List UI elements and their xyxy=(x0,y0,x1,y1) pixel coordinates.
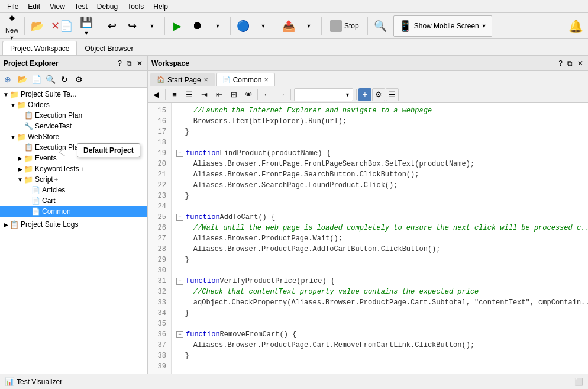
ed-align-center-btn[interactable]: ☰ xyxy=(182,88,196,101)
notification-bell[interactable]: 🔔 xyxy=(566,17,586,36)
publish-dropdown-button[interactable]: ▼ xyxy=(299,15,318,37)
tree-item-orders[interactable]: ▼ 📁 Orders xyxy=(0,99,147,110)
workspace-help-icon[interactable]: ? xyxy=(557,59,564,68)
panel-new-file-btn[interactable]: 📄 xyxy=(30,73,43,86)
code-line-34: } xyxy=(176,308,583,319)
ed-gear-btn[interactable]: ⚙ xyxy=(372,88,385,101)
save-button[interactable]: 💾 ▼ xyxy=(77,15,96,37)
menu-help[interactable]: Help xyxy=(148,1,173,12)
panel-sync-icon: ↻ xyxy=(61,75,68,84)
panel-add-btn[interactable]: ⊕ xyxy=(1,73,14,86)
browser-dropdown-button[interactable]: ▼ xyxy=(254,15,273,37)
publish-button[interactable]: 📤 xyxy=(279,15,298,37)
ed-indent-btn[interactable]: ⇥ xyxy=(197,88,211,101)
test-viz-icon: 📊 xyxy=(5,377,14,386)
ed-toggle-btn[interactable]: ⊞ xyxy=(227,88,241,101)
linenum-28: 28 xyxy=(148,244,171,255)
ed-outdent-btn[interactable]: ⇤ xyxy=(212,88,226,101)
toggle-logs[interactable]: ▶ xyxy=(2,221,9,228)
tab-project-workspace[interactable]: Project Workspace xyxy=(2,41,77,55)
code-line-38: } xyxy=(176,351,583,361)
menu-test[interactable]: Test xyxy=(70,1,92,12)
keyword-tests-add[interactable]: + xyxy=(80,165,84,172)
cart-label: Cart xyxy=(42,197,56,205)
line-numbers: 15 16 17 18 19 20 21 22 23 24 25 26 27 2… xyxy=(148,103,172,374)
menu-file[interactable]: File xyxy=(2,1,23,12)
tab-start-page[interactable]: 🏠 Start Page ✕ xyxy=(150,73,215,86)
ed-nav-fwd-btn[interactable]: → xyxy=(274,88,289,101)
tab-common[interactable]: 📄 Common ✕ xyxy=(216,73,276,86)
ed-back-btn[interactable]: ◀ xyxy=(149,88,163,101)
status-expand[interactable]: ⬜ xyxy=(574,378,583,386)
script-add[interactable]: + xyxy=(54,176,58,183)
spy-button[interactable]: 🔍 xyxy=(371,15,390,37)
ed-add-btn[interactable]: + xyxy=(358,88,371,101)
toggle-events[interactable]: ▶ xyxy=(17,155,24,162)
workspace-restore-icon[interactable]: ⧉ xyxy=(566,59,574,68)
logs-icon: 📋 xyxy=(9,220,19,229)
panel-help-icon[interactable]: ? xyxy=(117,59,123,68)
tree-item-project-suite[interactable]: ▼ 📁 Project Suite Te... xyxy=(0,89,147,99)
start-page-tab-close[interactable]: ✕ xyxy=(203,76,208,83)
panel-sync-btn[interactable]: ↻ xyxy=(58,73,71,86)
panel-close-icon[interactable]: ✕ xyxy=(135,59,144,68)
ed-config-btn[interactable]: ☰ xyxy=(386,88,399,101)
tree-item-keyword-tests[interactable]: ▶ 📁 KeywordTests + xyxy=(0,163,147,174)
expand-icon[interactable]: ⬜ xyxy=(574,378,583,386)
redo-dropdown-button[interactable]: ▼ xyxy=(143,15,161,37)
menu-view[interactable]: View xyxy=(45,1,70,12)
toggle-project-suite[interactable]: ▼ xyxy=(2,91,9,98)
ed-eye-btn[interactable]: 👁 xyxy=(241,88,256,101)
open-button[interactable]: 📂 xyxy=(28,15,47,37)
close-file-icon: ✕📄 xyxy=(51,20,73,33)
collapse-25[interactable]: − xyxy=(176,214,183,221)
browser-button[interactable]: 🔵 xyxy=(234,15,253,37)
ed-nav-back-btn[interactable]: ← xyxy=(260,88,274,101)
ed-align-left-btn[interactable]: ≡ xyxy=(167,88,182,101)
tree-item-articles[interactable]: 📄 Articles xyxy=(0,185,147,195)
open-icon: 📂 xyxy=(31,20,44,33)
mobile-screen-button[interactable]: 📱 Show Mobile Screen ▼ xyxy=(393,15,492,37)
linenum-15: 15 xyxy=(148,105,171,116)
collapse-36[interactable]: − xyxy=(176,331,183,338)
tree-item-service-test[interactable]: 🔧 ServiceTest xyxy=(0,121,147,131)
tree-item-execution-plan-1[interactable]: 📋 Execution Plan xyxy=(0,110,147,121)
tree-item-script[interactable]: ▼ 📁 Script + xyxy=(0,174,147,185)
record-button[interactable]: ⏺ xyxy=(188,15,207,37)
tree-item-project-suite-logs[interactable]: ▶ 📋 Project Suite Logs xyxy=(0,219,147,230)
code-33: aqObject.CheckProperty(Aliases.Browser.P… xyxy=(193,297,588,308)
collapse-31[interactable]: − xyxy=(176,278,183,285)
toggle-webstore[interactable]: ▼ xyxy=(9,133,17,140)
undo-button[interactable]: ↩ xyxy=(102,15,121,37)
menu-debug[interactable]: Debug xyxy=(92,1,122,12)
redo-button[interactable]: ↪ xyxy=(122,15,141,37)
panel-open-btn[interactable]: 📂 xyxy=(15,73,28,86)
panel-filter-btn[interactable]: 🔍 xyxy=(44,73,57,86)
common-tab-close[interactable]: ✕ xyxy=(264,76,269,83)
linenum-33: 33 xyxy=(148,297,171,308)
tree-item-webstore[interactable]: ▼ 📁 WebStore xyxy=(0,131,147,142)
stop-button[interactable]: Stop xyxy=(325,15,364,37)
new-button[interactable]: ✦ New ▼ xyxy=(2,15,21,37)
workspace-close-icon[interactable]: ✕ xyxy=(576,59,584,68)
content-area: Project Explorer ? ⧉ ✕ ⊕ 📂 📄 🔍 ↻ ⚙ ▼ 📁 P… xyxy=(0,56,588,374)
tree-item-common[interactable]: 📄 Common xyxy=(0,206,147,217)
ed-add-icon: + xyxy=(362,89,367,100)
toggle-keyword-tests[interactable]: ▶ xyxy=(17,165,24,172)
panel-settings-btn[interactable]: ⚙ xyxy=(72,73,85,86)
indent-16 xyxy=(176,116,193,127)
ed-context-dropdown[interactable]: ▼ xyxy=(294,88,353,101)
menu-edit[interactable]: Edit xyxy=(23,1,45,12)
toggle-orders[interactable]: ▼ xyxy=(9,101,17,108)
code-content[interactable]: //Launch the Internet Explorer and navig… xyxy=(172,103,588,374)
toggle-script[interactable]: ▼ xyxy=(17,176,24,183)
tree-item-cart[interactable]: 📄 Cart xyxy=(0,195,147,206)
linenum-21: 21 xyxy=(148,169,171,180)
close-file-button[interactable]: ✕📄 xyxy=(48,15,76,37)
menu-tools[interactable]: Tools xyxy=(122,1,148,12)
collapse-19[interactable]: − xyxy=(176,150,183,157)
record-dropdown-button[interactable]: ▼ xyxy=(208,15,227,37)
run-button[interactable]: ▶ xyxy=(168,15,187,37)
panel-restore-icon[interactable]: ⧉ xyxy=(125,59,133,68)
tab-object-browser[interactable]: Object Browser xyxy=(77,41,141,55)
